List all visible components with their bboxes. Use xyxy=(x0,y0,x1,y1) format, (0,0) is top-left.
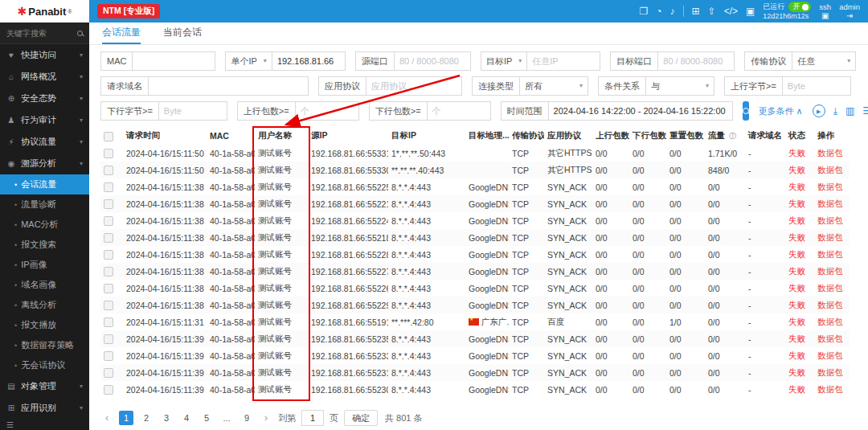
column-header[interactable]: 目标IP ⓘ xyxy=(388,127,465,145)
column-header[interactable]: 请求域名 ⓘ xyxy=(745,127,785,145)
page-number-button[interactable]: 5 xyxy=(199,411,214,425)
bell-icon[interactable]: ♪ xyxy=(670,6,675,16)
sidebar-menu-item[interactable]: ⊞ 应用识别 ▾ xyxy=(0,397,89,419)
column-header[interactable]: 传输协议 ⓘ xyxy=(509,127,544,145)
column-header[interactable]: 状态 ⓘ xyxy=(785,127,814,145)
next-page-button[interactable]: › xyxy=(260,412,272,424)
packet-link[interactable]: 数据包 xyxy=(817,249,843,259)
search-button[interactable] xyxy=(743,101,749,121)
up-bytes-input[interactable] xyxy=(782,76,851,96)
row-checkbox[interactable] xyxy=(104,368,113,378)
page-number-button[interactable]: 3 xyxy=(159,411,174,425)
ssh-menu[interactable]: ssh ▣ xyxy=(819,2,831,19)
ip-mode-select[interactable]: 单个IP ▾ xyxy=(225,51,272,71)
keyword-search-input[interactable] xyxy=(6,29,74,38)
chart-icon[interactable]: ▥ xyxy=(845,106,854,116)
sidebar-menu-item[interactable]: ♟ 行为审计 ▾ xyxy=(0,109,89,131)
sidebar-submenu-item[interactable]: • 会话流量 xyxy=(0,174,89,195)
dest-ip-mode-select[interactable]: 目标IP ▾ xyxy=(481,51,527,71)
packet-link[interactable]: 数据包 xyxy=(817,148,843,158)
sidebar-submenu-item[interactable]: • 数据留存策略 xyxy=(0,335,89,355)
panabit-logo[interactable]: ✱ Panabit ® xyxy=(0,0,89,23)
page-number-button[interactable]: 2 xyxy=(139,411,154,425)
packet-link[interactable]: 数据包 xyxy=(817,300,843,309)
column-header[interactable]: MAC ⓘ xyxy=(207,127,255,145)
sidebar-menu-item[interactable]: ◉ 溯源分析 ▾ xyxy=(0,153,89,174)
fullscreen-icon[interactable]: ❐ xyxy=(639,6,648,16)
row-checkbox[interactable] xyxy=(104,351,113,361)
row-checkbox[interactable] xyxy=(104,267,113,276)
row-checkbox[interactable] xyxy=(104,250,113,260)
packet-link[interactable]: 数据包 xyxy=(817,182,843,191)
info-icon[interactable]: ⓘ xyxy=(729,132,736,140)
sidebar-submenu-item[interactable]: • 流量诊断 xyxy=(0,195,89,215)
row-checkbox[interactable] xyxy=(104,216,113,226)
mac-filter-input[interactable] xyxy=(132,51,215,71)
sidebar-submenu-item[interactable]: • 域名画像 xyxy=(0,275,89,295)
packet-link[interactable]: 数据包 xyxy=(817,266,843,276)
grid-icon[interactable]: ⊞ xyxy=(692,6,700,16)
goto-page-input[interactable] xyxy=(301,410,324,426)
row-checkbox[interactable] xyxy=(104,334,113,344)
more-conditions-link[interactable]: 更多条件 ∧ xyxy=(759,105,803,117)
row-checkbox[interactable] xyxy=(104,301,113,310)
sidebar-submenu-item[interactable]: • IP画像 xyxy=(0,255,89,275)
down-bytes-input[interactable] xyxy=(158,101,227,121)
page-number-button[interactable]: 1 xyxy=(119,411,133,425)
row-checkbox[interactable] xyxy=(104,385,113,395)
packet-link[interactable]: 数据包 xyxy=(817,384,843,394)
sidebar-menu-item[interactable]: ▤ 对象管理 ▾ xyxy=(0,375,89,397)
code-icon[interactable]: </> xyxy=(724,6,738,16)
page-number-button[interactable]: 4 xyxy=(179,411,194,425)
up-packets-input[interactable] xyxy=(295,101,359,121)
column-header[interactable]: 请求时间 ⓘ xyxy=(123,127,207,145)
packet-link[interactable]: 数据包 xyxy=(817,283,843,293)
row-checkbox[interactable] xyxy=(104,149,113,158)
dest-port-input[interactable] xyxy=(657,51,735,71)
row-checkbox[interactable] xyxy=(104,317,113,327)
confirm-button[interactable]: 确定 xyxy=(344,410,378,426)
request-domain-input[interactable] xyxy=(148,76,309,96)
dashboard-icon[interactable]: ◔ xyxy=(656,6,661,16)
sidebar-menu-item[interactable]: ⌂ 网络概况 ▾ xyxy=(0,66,89,88)
row-checkbox[interactable] xyxy=(104,166,113,175)
sidebar-submenu-item[interactable]: • 报文搜索 xyxy=(0,235,89,255)
sidebar-submenu-item[interactable]: • 报文播放 xyxy=(0,315,89,335)
sidebar-submenu-item[interactable]: • MAC分析 xyxy=(0,215,89,235)
sidebar-menu-item[interactable]: ⊕ 安全态势 ▾ xyxy=(0,88,89,109)
packet-link[interactable]: 数据包 xyxy=(817,215,843,225)
packet-link[interactable]: 数据包 xyxy=(817,367,843,377)
page-number-button[interactable]: ... xyxy=(219,411,234,425)
app-protocol-input[interactable] xyxy=(366,76,462,96)
packet-link[interactable]: 数据包 xyxy=(817,317,843,326)
upload-icon[interactable]: ⇧ xyxy=(708,6,716,16)
column-header[interactable]: 用户名称 ⓘ xyxy=(255,127,308,145)
down-packets-input[interactable] xyxy=(427,101,491,121)
column-header[interactable]: 应用协议 ⓘ xyxy=(544,127,592,145)
list-icon[interactable]: ☰ xyxy=(862,106,868,116)
tab[interactable]: 会话流量 xyxy=(102,23,141,44)
time-range-input[interactable] xyxy=(548,101,733,121)
condition-relation-select[interactable]: 与 ▾ xyxy=(645,76,714,96)
column-header[interactable]: 流量 ⓘ xyxy=(705,127,745,145)
packet-link[interactable]: 数据包 xyxy=(817,199,843,208)
admin-menu[interactable]: admin ⇥ xyxy=(839,2,860,19)
power-toggle[interactable]: 开 xyxy=(788,2,811,12)
window-icon[interactable]: ▣ xyxy=(746,6,755,16)
row-checkbox[interactable] xyxy=(104,199,113,209)
page-number-button[interactable]: 9 xyxy=(240,411,254,425)
packet-link[interactable]: 数据包 xyxy=(817,350,843,360)
packet-link[interactable]: 数据包 xyxy=(817,334,843,343)
sidebar-menu-item[interactable]: ♥ 快捷访问 ▾ xyxy=(0,44,89,66)
prev-page-button[interactable]: ‹ xyxy=(100,412,113,424)
sidebar-menu-item[interactable]: ⚡ 协议流量 ▾ xyxy=(0,131,89,153)
packet-link[interactable]: 数据包 xyxy=(817,165,843,174)
source-ip-input[interactable] xyxy=(272,51,346,71)
dest-ip-input[interactable] xyxy=(526,51,600,71)
select-all-checkbox[interactable] xyxy=(104,132,113,141)
transport-protocol-select[interactable]: 任意 ▾ xyxy=(792,51,856,71)
row-checkbox[interactable] xyxy=(104,182,113,192)
column-header[interactable]: 上行包数 ⓘ xyxy=(592,127,629,145)
search-icon[interactable] xyxy=(77,31,83,36)
row-checkbox[interactable] xyxy=(104,284,113,293)
